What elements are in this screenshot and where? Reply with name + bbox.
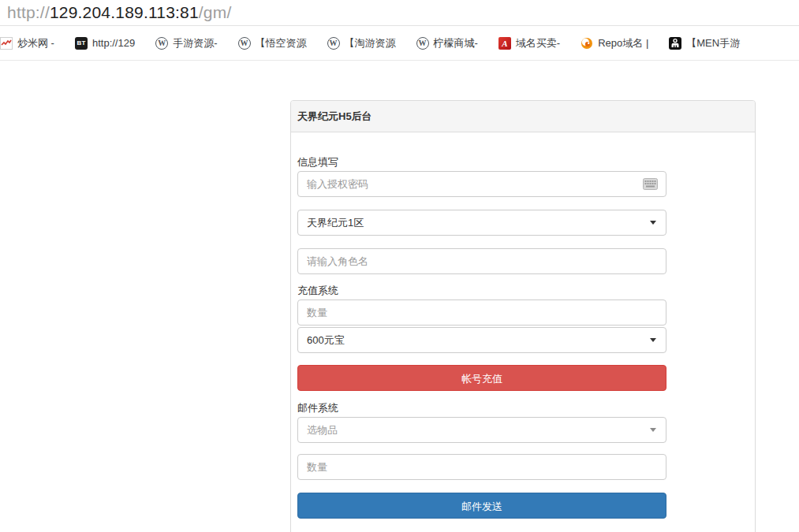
address-bar[interactable]: http://129.204.189.113:81/gm/ (0, 0, 799, 26)
bookmark-label: 【淘游资源 (345, 36, 396, 50)
wordpress-icon: W (416, 37, 429, 50)
bookmark-chaomiwang[interactable]: 炒米网 - (0, 36, 54, 50)
info-section-label: 信息填写 (297, 155, 749, 169)
bookmark-label: http://129 (92, 37, 135, 49)
recharge-section-label: 充值系统 (297, 284, 749, 298)
chevron-down-icon (650, 338, 656, 342)
server-select-value: 天界纪元1区 (307, 216, 364, 230)
item-select[interactable]: 选物品 (297, 417, 666, 443)
chevron-down-icon (650, 221, 656, 225)
bookmark-shouyou-ziyuan[interactable]: W 手游资源- (155, 36, 217, 50)
bookmark-ningmeng-shangcheng[interactable]: W 柠檬商城- (416, 36, 478, 50)
men-person-icon (669, 37, 681, 50)
wordpress-icon: W (327, 37, 340, 50)
bt-icon: BT (75, 37, 88, 50)
bookmark-label: 柠檬商城- (434, 36, 478, 50)
server-select[interactable]: 天界纪元1区 (297, 210, 666, 236)
wordpress-icon: W (238, 37, 251, 50)
bookmark-label: 域名买卖- (516, 36, 560, 50)
domain-a-icon: A (498, 37, 511, 50)
bookmark-repo-yuming[interactable]: Repo域名 | (581, 36, 648, 50)
panel-body: 信息填写 天界纪元1区 充值系统 600 (291, 132, 755, 530)
admin-panel: 天界纪元H5后台 信息填写 天界纪元1区 充值系 (290, 100, 756, 532)
currency-select[interactable]: 600元宝 (297, 327, 666, 353)
url-path: /gm/ (199, 3, 232, 22)
bookmark-men-shouyou[interactable]: 【MEN手游 (669, 36, 740, 50)
keyboard-icon[interactable] (643, 178, 658, 190)
wordpress-icon: W (155, 37, 168, 50)
url-host: 129.204.189.113:81 (50, 3, 199, 22)
recharge-quantity-input[interactable] (297, 299, 666, 326)
role-name-input[interactable] (297, 248, 666, 274)
bookmark-label: 炒米网 - (17, 36, 54, 50)
url-scheme: http:// (7, 3, 50, 22)
item-select-value: 选物品 (307, 423, 338, 437)
auth-password-input[interactable] (297, 171, 666, 197)
stock-chart-icon (0, 37, 13, 50)
mail-quantity-input[interactable] (297, 454, 666, 480)
bookmark-label: 【悟空资源 (256, 36, 307, 50)
chevron-down-icon (650, 428, 656, 432)
bookmark-label: 手游资源- (173, 36, 217, 50)
bookmark-bt[interactable]: BT http://129 (75, 37, 135, 50)
bookmark-wukong-ziyuan[interactable]: W 【悟空资源 (238, 36, 307, 50)
repo-swirl-icon (581, 37, 593, 50)
bookmark-label: Repo域名 | (598, 36, 648, 50)
bookmarks-bar: 炒米网 - BT http://129 W 手游资源- W 【悟空资源 W 【淘… (0, 26, 799, 61)
bookmark-label: 【MEN手游 (686, 36, 740, 50)
bookmark-taoyou-ziyuan[interactable]: W 【淘游资源 (327, 36, 396, 50)
mail-section-label: 邮件系统 (297, 401, 749, 415)
currency-select-value: 600元宝 (307, 333, 345, 348)
mail-send-button[interactable]: 邮件发送 (297, 493, 666, 519)
account-recharge-button[interactable]: 帐号充值 (297, 365, 666, 391)
bookmark-yuming-maimai[interactable]: A 域名买卖- (498, 36, 560, 50)
panel-title: 天界纪元H5后台 (291, 101, 755, 132)
